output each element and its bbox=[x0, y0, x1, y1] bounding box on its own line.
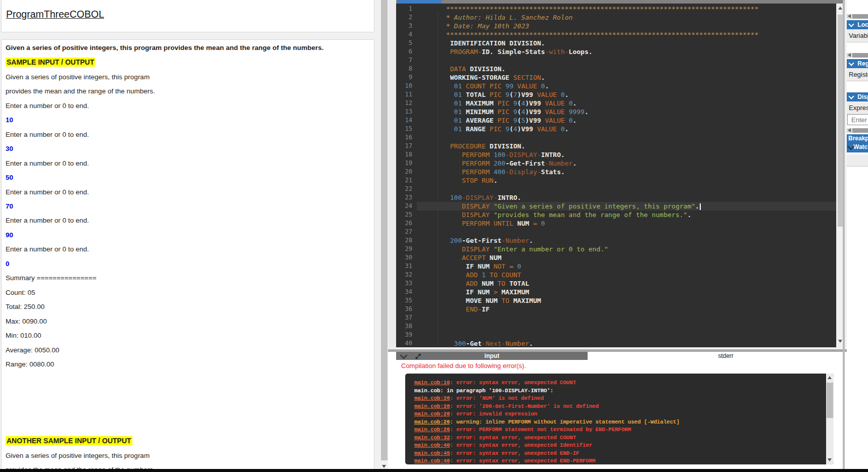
code-line[interactable]: PERFORM 100-DISPLAY-INTRO. bbox=[417, 150, 836, 159]
expression-input[interactable] bbox=[847, 114, 868, 125]
error-location-link[interactable]: main.cob:45 bbox=[414, 450, 450, 456]
code-line[interactable]: IF NUM NOT = 0 bbox=[417, 262, 836, 271]
console-error-line: main.cob:45: error: syntax error, unexpe… bbox=[414, 450, 818, 458]
document-content: Given a series of positive integers, thi… bbox=[6, 41, 372, 472]
scroll-left-icon[interactable] bbox=[848, 53, 851, 57]
error-location-link[interactable]: main.cob:10 bbox=[414, 380, 450, 386]
console-error-line: main.cob:10: error: syntax error, unexpe… bbox=[414, 379, 818, 387]
mini-scrollbar[interactable] bbox=[847, 128, 868, 133]
code-line[interactable] bbox=[417, 228, 836, 236]
code-line[interactable]: 01 COUNT PIC 99 VALUE 0. bbox=[417, 82, 836, 90]
chevron-down-icon bbox=[848, 21, 854, 27]
line-number: 26 bbox=[396, 219, 417, 228]
code-line[interactable] bbox=[417, 133, 836, 142]
editor-horizontal-scrollbar[interactable] bbox=[396, 0, 844, 4]
doc-paragraph: provides the mean and the range of the n… bbox=[6, 84, 372, 98]
code-line[interactable]: * Date: May 10th 2023 bbox=[417, 22, 836, 30]
code-line[interactable]: ****************************************… bbox=[417, 30, 836, 39]
line-number: 11 bbox=[396, 90, 417, 99]
code-line[interactable]: 300-Get-Next-Number. bbox=[417, 339, 836, 347]
code-line[interactable]: STOP RUN. bbox=[417, 176, 836, 185]
section-display-expressions[interactable]: Display expressions bbox=[847, 92, 868, 101]
code-line[interactable]: 01 RANGE PIC 9(4)V99 VALUE 0. bbox=[417, 125, 836, 133]
scroll-up-icon[interactable] bbox=[838, 7, 842, 10]
code-line[interactable] bbox=[417, 56, 836, 65]
expand-console-icon[interactable]: ⤢ bbox=[415, 352, 420, 360]
error-location-link[interactable]: main.cob:26 bbox=[414, 411, 450, 417]
code-line[interactable]: IDENTIFICATION DIVISION. bbox=[417, 39, 836, 47]
code-line[interactable]: DISPLAY "provides the mean and the range… bbox=[417, 211, 836, 219]
code-line[interactable]: DISPLAY "Enter a number or 0 to end." bbox=[417, 245, 836, 253]
code-line[interactable]: END-IF bbox=[417, 305, 836, 313]
code-line[interactable]: DATA DIVISION. bbox=[417, 65, 836, 73]
line-number: 17 bbox=[396, 142, 417, 150]
code-line[interactable]: 200-Get-First-Number. bbox=[417, 236, 836, 245]
document-scrollbar[interactable] bbox=[380, 0, 388, 472]
code-line[interactable]: PROGRAM-ID. Simple-Stats-with-Loops. bbox=[417, 47, 836, 56]
code-line[interactable]: 100-DISPLAY-INTRO. bbox=[417, 193, 836, 202]
code-line[interactable] bbox=[417, 331, 836, 339]
line-number: 16 bbox=[396, 133, 417, 142]
scroll-left-icon[interactable] bbox=[848, 14, 851, 18]
error-location-link[interactable]: main.cob:28 bbox=[414, 403, 450, 409]
code-line[interactable]: 01 MINIMUM PIC 9(4)V99 VALUE 9999. bbox=[417, 108, 836, 116]
compile-status: Compilation failed due to following erro… bbox=[401, 362, 526, 370]
doc-paragraph: Given a series of positive integers, thi… bbox=[6, 449, 372, 463]
code-line[interactable]: * Author: Hilda L. Sanchez Rolon bbox=[417, 13, 836, 22]
line-number: 27 bbox=[396, 228, 417, 236]
error-location-link[interactable]: main.cob:26 bbox=[414, 395, 450, 401]
line-number: 37 bbox=[396, 313, 417, 322]
error-location-link[interactable]: main.cob:32 bbox=[414, 435, 450, 441]
line-number: 15 bbox=[396, 125, 417, 133]
scroll-up-icon[interactable] bbox=[828, 376, 832, 379]
tab-input[interactable]: input bbox=[396, 352, 588, 360]
section-breakpoints-watchpoints[interactable]: Breakpoints and Watchpoints bbox=[847, 134, 868, 152]
code-editor[interactable]: 1234567891011121314151617181920212223242… bbox=[396, 0, 844, 347]
error-location-link[interactable]: main.cob:46 bbox=[414, 458, 450, 464]
scroll-down-icon[interactable] bbox=[382, 465, 386, 468]
code-line[interactable]: PERFORM 400-Display-Stats. bbox=[417, 168, 836, 176]
code-line[interactable]: ACCEPT NUM bbox=[417, 253, 836, 262]
terminal-scrollbar[interactable] bbox=[826, 374, 834, 464]
section-local-variables[interactable]: Local variables bbox=[847, 20, 868, 29]
section-registers[interactable]: Registers bbox=[847, 59, 868, 68]
scroll-left-icon[interactable] bbox=[848, 128, 851, 132]
document-scrollbar-thumb[interactable] bbox=[381, 0, 388, 460]
line-number: 30 bbox=[396, 253, 417, 262]
code-line[interactable]: PERFORM 200-Get-First-Number. bbox=[417, 159, 836, 168]
code-line[interactable]: IF NUM > MAXIMUM bbox=[417, 288, 836, 296]
doc-paragraph: Enter a number or 0 to end. bbox=[6, 214, 372, 228]
code-line[interactable]: WORKING-STORAGE SECTION. bbox=[417, 73, 836, 82]
mini-scrollbar[interactable] bbox=[847, 14, 868, 19]
error-location-link[interactable]: main.cob:26 bbox=[414, 419, 450, 425]
code-line[interactable] bbox=[417, 322, 836, 331]
scroll-down-icon[interactable] bbox=[828, 458, 832, 461]
doc-paragraph: Given a series of positive integers, thi… bbox=[6, 41, 372, 55]
terminal-scrollbar-thumb[interactable] bbox=[827, 383, 833, 418]
doc-paragraph: Total: 250.00 bbox=[6, 300, 372, 314]
code-line[interactable]: ****************************************… bbox=[417, 5, 836, 13]
code-line[interactable]: PERFORM UNTIL NUM = 0 bbox=[417, 219, 836, 228]
code-line[interactable]: 01 AVERAGE PIC 9(5)V99 VALUE 0. bbox=[417, 116, 836, 125]
tab-stderr[interactable]: stderr bbox=[588, 352, 864, 360]
doc-paragraph: Enter a number or 0 to end. bbox=[6, 185, 372, 199]
registers-row: Registers bbox=[847, 68, 868, 81]
line-number: 23 bbox=[396, 193, 417, 202]
code-line[interactable]: PROCEDURE DIVISION. bbox=[417, 142, 836, 150]
error-location-link[interactable]: main.cob:26 bbox=[414, 427, 450, 433]
editor-hscroll-thumb[interactable] bbox=[397, 0, 442, 4]
code-line[interactable]: ADD NUM TO TOTAL bbox=[417, 279, 836, 288]
code-line[interactable] bbox=[417, 313, 836, 322]
code-line[interactable]: 01 TOTAL PIC 9(7)V99 VALUE 0. bbox=[417, 90, 836, 99]
code-line[interactable] bbox=[417, 185, 836, 193]
line-number: 14 bbox=[396, 116, 417, 125]
error-location-link[interactable]: main.cob:40 bbox=[414, 442, 450, 448]
scroll-down-icon[interactable] bbox=[838, 340, 842, 343]
code-line[interactable]: DISPLAY "Given a series of positive inte… bbox=[417, 202, 836, 211]
code-lines[interactable]: ****************************************… bbox=[417, 5, 836, 347]
mini-scrollbar[interactable] bbox=[847, 53, 868, 58]
code-line[interactable]: ADD 1 TO COUNT bbox=[417, 271, 836, 279]
code-line[interactable]: MOVE NUM TO MAXIMUM bbox=[417, 296, 836, 305]
doc-paragraph: 30 bbox=[6, 142, 372, 156]
code-line[interactable]: 01 MAXIMUM PIC 9(4)V99 VALUE 0. bbox=[417, 99, 836, 108]
